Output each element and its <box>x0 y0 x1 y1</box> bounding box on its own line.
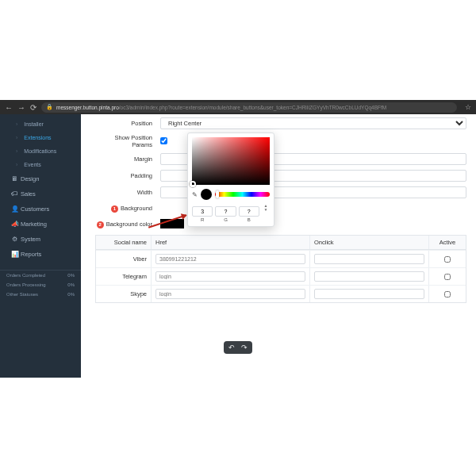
sidebar-item-installer[interactable]: Installer <box>0 117 81 131</box>
sidebar-item-marketing[interactable]: 📣Marketing <box>0 217 81 232</box>
td-name: Telegram <box>96 268 152 285</box>
lock-icon: 🔒 <box>46 104 53 110</box>
href-input[interactable] <box>155 289 305 299</box>
hue-slider[interactable] <box>215 192 270 197</box>
saturation-panel[interactable] <box>192 137 270 185</box>
row-padding: Padding <box>95 170 466 182</box>
rgb-r-label: R <box>192 217 213 222</box>
sidebar-item-reports[interactable]: 📊Reports <box>0 247 81 262</box>
table-row: Skype <box>96 285 466 302</box>
stat-row: Other Statuses 0% <box>6 290 75 299</box>
row-background: 1Background <box>95 203 466 214</box>
saturation-cursor[interactable] <box>190 181 196 187</box>
stat-label: Orders Completed <box>6 273 45 278</box>
rgb-b-label: B <box>239 217 259 222</box>
position-select[interactable]: Right Center <box>160 117 466 129</box>
sidebar-item-sales[interactable]: 🏷Sales <box>0 186 81 202</box>
browser-bar: ← → ⟳ 🔒 messenger.button.pinta.pro /oc3/… <box>0 100 476 114</box>
row-position: Position Right Center <box>95 117 466 129</box>
hue-cursor[interactable] <box>216 190 219 198</box>
href-input[interactable] <box>155 254 305 264</box>
active-checkbox[interactable] <box>444 256 451 263</box>
current-color-swatch <box>201 189 212 200</box>
undo-button[interactable]: ↶ <box>228 344 235 351</box>
url-bar[interactable]: 🔒 messenger.button.pinta.pro /oc3/admin/… <box>41 102 457 113</box>
badge-1: 1 <box>111 205 118 213</box>
url-path: /oc3/admin/index.php?route=extension/mod… <box>119 105 386 110</box>
td-name: Skype <box>96 286 152 302</box>
td-name: Viber <box>96 251 152 267</box>
color-picker: ✎ R G B ▲ ▼ <box>187 132 274 227</box>
position-label: Position <box>95 120 160 127</box>
rgb-g-label: G <box>215 217 236 222</box>
stat-row: Orders Processing 0% <box>6 280 75 290</box>
stat-value: 0% <box>67 273 75 278</box>
href-input[interactable] <box>155 271 305 282</box>
rgb-r-input[interactable] <box>192 206 213 217</box>
tag-icon: 🏷 <box>11 190 17 198</box>
mode-toggle[interactable]: ▲ ▼ <box>262 202 270 212</box>
stat-value: 0% <box>67 282 75 287</box>
onclick-input[interactable] <box>314 289 424 299</box>
background-label: 1Background <box>95 205 160 213</box>
reload-button[interactable]: ⟳ <box>30 103 36 112</box>
table-head: Social name Href Onclick Active <box>96 236 466 250</box>
main-panel: Position Right Center Show Position Para… <box>81 114 476 378</box>
table-row: Viber <box>96 250 466 267</box>
width-label: Width <box>95 189 160 196</box>
monitor-icon: 🖥 <box>11 175 17 182</box>
chart-icon: 📊 <box>11 251 17 258</box>
margin-label: Margin <box>95 155 160 163</box>
share-icon: 📣 <box>11 221 17 228</box>
row-background-color: 2Background color <box>95 219 466 230</box>
redo-button[interactable]: ↷ <box>241 344 248 351</box>
row-show-position-params: Show Position Params <box>95 134 466 148</box>
bookmark-icon[interactable]: ☆ <box>465 103 471 111</box>
stat-label: Orders Processing <box>6 282 46 287</box>
badge-2: 2 <box>97 221 104 228</box>
active-checkbox[interactable] <box>444 291 451 298</box>
table-row: Telegram <box>96 267 466 285</box>
onclick-input[interactable] <box>314 271 424 282</box>
padding-label: Padding <box>95 172 160 179</box>
sidebar-item-events[interactable]: Events <box>0 158 81 171</box>
rgb-b-input[interactable] <box>239 206 259 217</box>
rgb-g-input[interactable] <box>215 206 236 217</box>
eyedropper-icon[interactable]: ✎ <box>192 191 198 198</box>
show-position-params-checkbox[interactable] <box>160 137 167 144</box>
row-margin: Margin <box>95 153 466 165</box>
th-active: Active <box>429 236 466 249</box>
th-name: Social name <box>96 236 152 249</box>
stat-row: Orders Completed 0% <box>6 271 75 280</box>
th-onclick: Onclick <box>310 236 429 249</box>
sidebar-item-modifications[interactable]: Modifications <box>0 144 81 158</box>
row-width: Width <box>95 186 466 198</box>
sidebar: Installer Extensions Modifications Event… <box>0 114 81 378</box>
url-host: messenger.button.pinta.pro <box>56 105 119 110</box>
th-href: Href <box>152 236 310 249</box>
back-button[interactable]: ← <box>5 103 13 112</box>
social-table: Social name Href Onclick Active Viber Te… <box>95 235 466 303</box>
person-icon: 👤 <box>11 205 17 213</box>
sidebar-item-extensions[interactable]: Extensions <box>0 131 81 144</box>
rgb-inputs: R G B ▲ ▼ <box>192 202 270 222</box>
sidebar-item-customers[interactable]: 👤Customers <box>0 202 81 217</box>
sidebar-item-system[interactable]: ⚙System <box>0 232 81 247</box>
onclick-input[interactable] <box>314 254 424 264</box>
gear-icon: ⚙ <box>11 236 17 243</box>
chevron-down-icon: ▼ <box>264 208 268 212</box>
stat-value: 0% <box>67 292 75 297</box>
sidebar-stats: Orders Completed 0% Orders Processing 0%… <box>0 270 81 299</box>
stat-label: Other Statuses <box>6 292 38 297</box>
active-checkbox[interactable] <box>444 274 451 280</box>
show-position-params-label: Show Position Params <box>95 134 160 148</box>
forward-button[interactable]: → <box>17 103 25 112</box>
bottom-toolbar: ↶ ↷ <box>224 341 252 354</box>
sidebar-item-design[interactable]: 🖥Design <box>0 171 81 186</box>
